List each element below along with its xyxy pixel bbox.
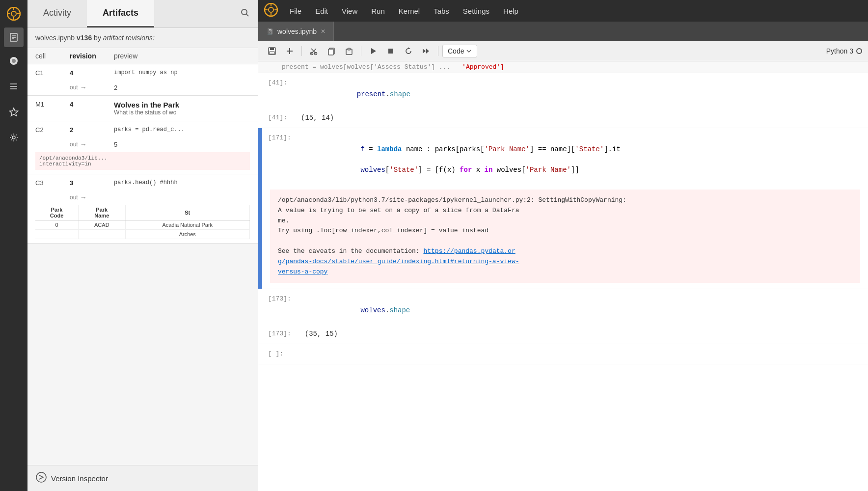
sidebar-star-icon[interactable] bbox=[4, 102, 24, 122]
menu-help[interactable]: Help bbox=[497, 4, 524, 18]
col-cell: cell bbox=[35, 52, 70, 60]
sidebar-circle-icon[interactable] bbox=[4, 51, 24, 71]
item-row-c1[interactable]: C1 4 import numpy as np bbox=[27, 64, 258, 82]
out-arrow-c1: → bbox=[80, 83, 87, 91]
cell-rev-c2: 2 bbox=[70, 126, 114, 134]
list-item-c3: C3 3 parks.head() #hhhh out → bbox=[27, 174, 258, 244]
notebook-icon: 📓 bbox=[266, 28, 273, 35]
toolbar: Code Python 3 bbox=[258, 41, 868, 61]
svg-line-18 bbox=[246, 14, 249, 16]
cut-button[interactable] bbox=[306, 44, 322, 58]
out-label-c2: out → bbox=[70, 140, 114, 148]
table-row: Arches bbox=[35, 230, 250, 239]
left-panel: Activity Artifacts wolves.ipynb v136 by … bbox=[27, 0, 258, 491]
artifact-filename: wolves.ipynb bbox=[35, 34, 75, 42]
sidebar-icons bbox=[0, 0, 27, 491]
artifact-info: wolves.ipynb v136 by artifact revisions: bbox=[27, 28, 258, 48]
kernel-label: Python 3 bbox=[826, 47, 862, 55]
svg-marker-41 bbox=[408, 47, 410, 49]
cell-indicator-empty bbox=[258, 344, 262, 364]
menu-file[interactable]: File bbox=[284, 4, 307, 18]
cell-indicator-41 bbox=[258, 73, 262, 128]
col-revision: revision bbox=[70, 52, 114, 60]
menu-tabs[interactable]: Tabs bbox=[428, 4, 455, 18]
app-menu-logo bbox=[264, 3, 278, 19]
cell-indicator-173 bbox=[258, 289, 262, 344]
menu-edit[interactable]: Edit bbox=[309, 4, 334, 18]
cell-code-171[interactable]: f = lambda name : parks[parks['Park Name… bbox=[297, 132, 628, 188]
cell-41: [41]: present.shape [41]: (15, 14) bbox=[258, 73, 868, 128]
notebook-tab-bar: 📓 wolves.ipynb ✕ bbox=[258, 22, 868, 41]
menu-view[interactable]: View bbox=[336, 4, 363, 18]
svg-rect-38 bbox=[348, 48, 351, 50]
cell-id-m1: M1 bbox=[35, 101, 70, 116]
svg-point-16 bbox=[12, 136, 15, 139]
out-label-c1: out → bbox=[70, 83, 114, 91]
toolbar-sep-1 bbox=[301, 46, 302, 56]
cell-preview-c2: parks = pd.read_c... bbox=[114, 126, 250, 133]
toolbar-sep-2 bbox=[361, 46, 361, 56]
paste-button[interactable] bbox=[341, 44, 357, 58]
cell-173: [173]: wolves.shape [173]: (35, 15) bbox=[258, 289, 868, 344]
tab-artifacts[interactable]: Artifacts bbox=[87, 0, 154, 27]
save-button[interactable] bbox=[264, 44, 280, 58]
out-row-c2: out → 5 bbox=[27, 138, 258, 152]
version-inspector-label: Version Inspector bbox=[51, 474, 108, 483]
cell-preview-c1: import numpy as np bbox=[114, 69, 250, 76]
tab-activity[interactable]: Activity bbox=[27, 0, 87, 27]
col-park-name: ParkName bbox=[79, 205, 125, 220]
warning-link[interactable]: https://pandas.pydata.or g/pandas-docs/s… bbox=[278, 247, 519, 275]
cell-code-41[interactable]: present.shape bbox=[293, 77, 418, 112]
notebook-area: File Edit View Run Kernel Tabs Settings … bbox=[258, 0, 868, 491]
run-button[interactable] bbox=[365, 44, 381, 58]
cell-label-empty: [ ]: bbox=[262, 348, 289, 359]
cell-code-empty[interactable] bbox=[289, 348, 303, 360]
cell-label-41-out: [41]: bbox=[262, 112, 293, 123]
svg-point-11 bbox=[12, 59, 16, 63]
cell-body-171: [171]: f = lambda name : parks[parks['Pa… bbox=[262, 128, 868, 289]
cell-id-c3: C3 bbox=[35, 179, 70, 187]
c2-warning-preview: /opt/anaconda3/lib...interactivity=in bbox=[35, 152, 250, 170]
item-row-m1[interactable]: M1 4 Wolves in the Park What is the stat… bbox=[27, 96, 258, 121]
app-logo bbox=[4, 4, 24, 24]
cell-type-dropdown[interactable]: Code bbox=[442, 45, 477, 57]
svg-rect-27 bbox=[270, 48, 274, 50]
list-item: C1 4 import numpy as np out → 2 bbox=[27, 64, 258, 96]
svg-point-21 bbox=[269, 7, 273, 12]
restart-button[interactable] bbox=[401, 44, 416, 58]
menu-settings[interactable]: Settings bbox=[457, 4, 495, 18]
cell-id-c1: C1 bbox=[35, 69, 70, 77]
version-inspector[interactable]: Version Inspector bbox=[27, 465, 258, 491]
menu-kernel[interactable]: Kernel bbox=[393, 4, 426, 18]
cell-body-empty: [ ]: bbox=[262, 344, 868, 364]
sidebar-list-icon[interactable] bbox=[4, 77, 24, 96]
sidebar-gear-icon[interactable] bbox=[4, 128, 24, 147]
notebook-tab-label: wolves.ipynb bbox=[277, 27, 317, 35]
sidebar-files-icon[interactable] bbox=[4, 27, 24, 47]
artifact-version: v136 bbox=[77, 34, 92, 42]
cell-label-171-in: [171]: bbox=[262, 132, 297, 143]
notebook-tab-wolves[interactable]: 📓 wolves.ipynb ✕ bbox=[258, 22, 334, 41]
item-row-c3[interactable]: C3 3 parks.head() #hhhh bbox=[27, 174, 258, 191]
copy-button[interactable] bbox=[324, 44, 339, 58]
fast-forward-button[interactable] bbox=[418, 44, 434, 58]
svg-rect-28 bbox=[270, 52, 274, 54]
cell-id-c2: C2 bbox=[35, 126, 70, 134]
item-row-c2[interactable]: C2 2 parks = pd.read_c... bbox=[27, 121, 258, 138]
cell-body-41: [41]: present.shape [41]: (15, 14) bbox=[262, 73, 868, 128]
menu-run[interactable]: Run bbox=[365, 4, 391, 18]
cell-code-173[interactable]: wolves.shape bbox=[297, 293, 418, 328]
cell-rev-m1: 4 bbox=[70, 101, 114, 116]
svg-marker-15 bbox=[10, 108, 18, 116]
stop-button[interactable] bbox=[383, 44, 399, 58]
cell-rev-c3: 3 bbox=[70, 179, 114, 187]
version-inspector-icon bbox=[35, 471, 47, 485]
close-tab-button[interactable]: ✕ bbox=[321, 28, 326, 35]
table-row: 0 ACAD Acadia National Park bbox=[35, 220, 250, 230]
svg-rect-40 bbox=[388, 49, 393, 54]
add-cell-button[interactable] bbox=[282, 44, 298, 58]
m1-description: What is the status of wo bbox=[114, 109, 250, 116]
cell-output-173: (35, 15) bbox=[297, 328, 344, 340]
svg-point-17 bbox=[242, 9, 247, 15]
search-icon[interactable] bbox=[232, 4, 258, 24]
